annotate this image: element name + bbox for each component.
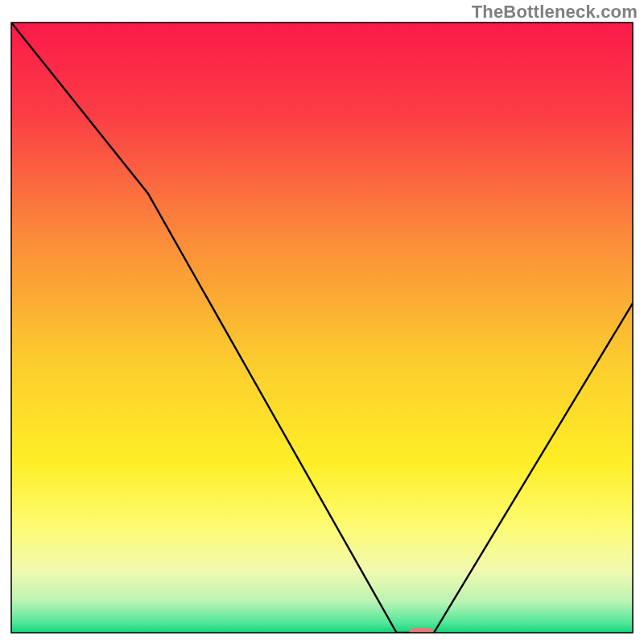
plot-svg [0,0,644,644]
watermark-text: TheBottleneck.com [472,2,638,23]
bottleneck-chart: TheBottleneck.com [0,0,644,644]
gradient-background [11,23,633,633]
